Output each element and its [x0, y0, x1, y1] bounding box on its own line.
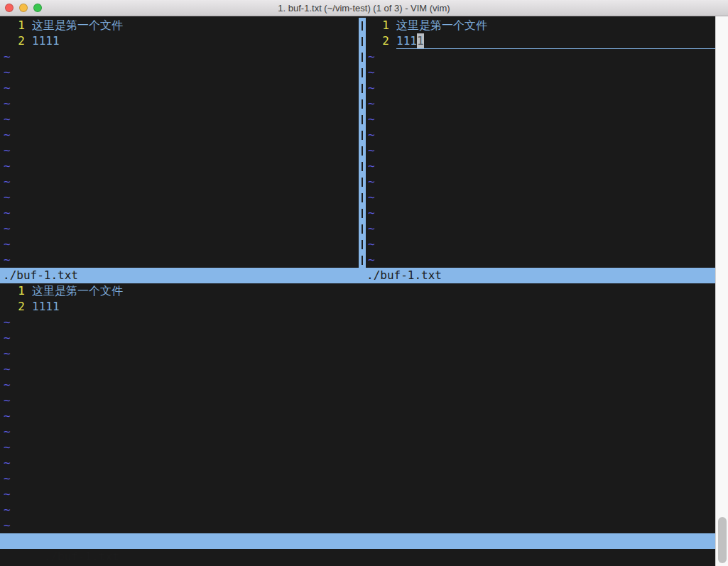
- tilde-empty-line: ~: [0, 96, 359, 111]
- tilde-empty-line: ~: [0, 471, 715, 486]
- buffer-line-cursor[interactable]: 21111: [366, 33, 715, 49]
- line-number: 2: [4, 33, 25, 49]
- cursor-line: 1111: [396, 33, 715, 49]
- tilde-empty-line: ~: [366, 65, 715, 80]
- separator-row: [359, 143, 366, 158]
- buffer-line[interactable]: 21111: [0, 33, 359, 49]
- tilde-empty-line: ~: [0, 143, 359, 158]
- empty-lines: ~~~~~~~~~~~~~~: [366, 49, 715, 268]
- tilde-empty-line: ~: [0, 518, 715, 533]
- command-line[interactable]: :vsp: [0, 549, 715, 565]
- vertical-separator[interactable]: [359, 18, 366, 268]
- vim-window-top-left[interactable]: 1这里是第一个文件 21111 ~~~~~~~~~~~~~~: [0, 18, 359, 268]
- separator-bar-icon: [362, 224, 363, 234]
- line-number: 1: [368, 18, 389, 33]
- separator-row: [359, 18, 366, 33]
- zoom-button[interactable]: [33, 4, 42, 12]
- tilde-empty-line: ~: [0, 49, 359, 65]
- separator-row: [359, 174, 366, 190]
- buffer-line[interactable]: 1这里是第一个文件: [0, 283, 715, 299]
- titlebar[interactable]: 1. buf-1.txt (~/vim-test) (1 of 3) - VIM…: [0, 0, 728, 16]
- buffer-line[interactable]: 1这里是第一个文件: [0, 18, 359, 33]
- separator-bar-icon: [362, 178, 363, 187]
- macvim-window: 1. buf-1.txt (~/vim-test) (1 of 3) - VIM…: [0, 0, 728, 566]
- tilde-empty-line: ~: [0, 252, 359, 268]
- minimize-button[interactable]: [19, 4, 28, 12]
- buffer-line[interactable]: 21111: [0, 299, 715, 315]
- vim-window-bottom[interactable]: 1这里是第一个文件 21111 ~~~~~~~~~~~~~~: [0, 283, 715, 533]
- scrollbar-thumb[interactable]: [718, 517, 727, 563]
- statusline-filename-left: ./buf-1.txt: [0, 268, 366, 283]
- tilde-empty-line: ~: [0, 127, 359, 143]
- tilde-empty-line: ~: [0, 486, 715, 502]
- line-number: 1: [4, 18, 25, 33]
- tilde-empty-line: ~: [366, 190, 715, 205]
- separator-row: [359, 111, 366, 127]
- separator-bar-icon: [362, 162, 363, 171]
- statusline-filename-right: ./buf-1.txt: [366, 268, 442, 283]
- separator-bar-icon: [362, 146, 363, 156]
- tilde-empty-line: ~: [0, 65, 359, 80]
- statusline-top: ./buf-1.txt ./buf-1.txt: [0, 268, 715, 283]
- tilde-empty-line: ~: [366, 127, 715, 143]
- separator-row: [359, 65, 366, 80]
- line-text: 这里是第一个文件: [396, 18, 487, 33]
- tilde-empty-line: ~: [0, 455, 715, 471]
- empty-lines: ~~~~~~~~~~~~~~: [0, 315, 715, 533]
- traffic-lights: [5, 4, 42, 12]
- line-number: 1: [4, 283, 25, 299]
- separator-bar-icon: [362, 84, 363, 93]
- line-number: 2: [4, 299, 25, 315]
- separator-bar-icon: [362, 256, 363, 265]
- tilde-empty-line: ~: [366, 158, 715, 174]
- tilde-empty-line: ~: [0, 111, 359, 127]
- tilde-empty-line: ~: [0, 221, 359, 236]
- tilde-empty-line: ~: [0, 158, 359, 174]
- separator-row: [359, 49, 366, 65]
- top-split: 1这里是第一个文件 21111 ~~~~~~~~~~~~~~ 1这里是第一个文件…: [0, 18, 715, 268]
- vim-window-top-right[interactable]: 1这里是第一个文件 21111 ~~~~~~~~~~~~~~: [366, 18, 715, 268]
- tilde-empty-line: ~: [366, 205, 715, 221]
- tilde-empty-line: ~: [366, 96, 715, 111]
- separator-row: [359, 190, 366, 205]
- separator-row: [359, 127, 366, 143]
- separator-bar-icon: [362, 193, 363, 202]
- tilde-empty-line: ~: [0, 346, 715, 361]
- tilde-empty-line: ~: [366, 174, 715, 190]
- separator-row: [359, 221, 366, 236]
- tilde-empty-line: ~: [0, 424, 715, 440]
- tilde-empty-line: ~: [366, 143, 715, 158]
- tilde-empty-line: ~: [0, 236, 359, 252]
- line-text: 111: [396, 33, 417, 48]
- separator-row: [359, 205, 366, 221]
- close-button[interactable]: [5, 4, 13, 12]
- window-title: 1. buf-1.txt (~/vim-test) (1 of 3) - VIM…: [278, 3, 450, 13]
- line-text: 1111: [32, 33, 60, 49]
- line-text: 1111: [32, 299, 60, 315]
- cursor-line-fill: [424, 33, 715, 48]
- tilde-empty-line: ~: [366, 80, 715, 96]
- line-text: 这里是第一个文件: [32, 18, 123, 33]
- statusline-bottom: ./buf-1.txt: [0, 533, 715, 549]
- tilde-empty-line: ~: [0, 205, 359, 221]
- separator-bar-icon: [362, 21, 363, 31]
- tilde-empty-line: ~: [0, 440, 715, 455]
- tilde-empty-line: ~: [0, 315, 715, 330]
- tilde-empty-line: ~: [0, 377, 715, 393]
- separator-row: [359, 33, 366, 49]
- vim-content: 1这里是第一个文件 21111 ~~~~~~~~~~~~~~ 1这里是第一个文件…: [0, 16, 715, 566]
- tilde-empty-line: ~: [0, 80, 359, 96]
- tilde-empty-line: ~: [366, 221, 715, 236]
- tilde-empty-line: ~: [0, 330, 715, 346]
- empty-lines: ~~~~~~~~~~~~~~: [0, 49, 359, 268]
- line-number: 2: [368, 33, 389, 49]
- tilde-empty-line: ~: [366, 236, 715, 252]
- tilde-empty-line: ~: [0, 190, 359, 205]
- tilde-empty-line: ~: [366, 252, 715, 268]
- buffer-line[interactable]: 1这里是第一个文件: [366, 18, 715, 33]
- line-text: 这里是第一个文件: [32, 283, 123, 299]
- scrollbar-track[interactable]: [715, 16, 728, 566]
- separator-row: [359, 158, 366, 174]
- separator-bar-icon: [362, 68, 363, 77]
- separator-bar-icon: [362, 115, 363, 124]
